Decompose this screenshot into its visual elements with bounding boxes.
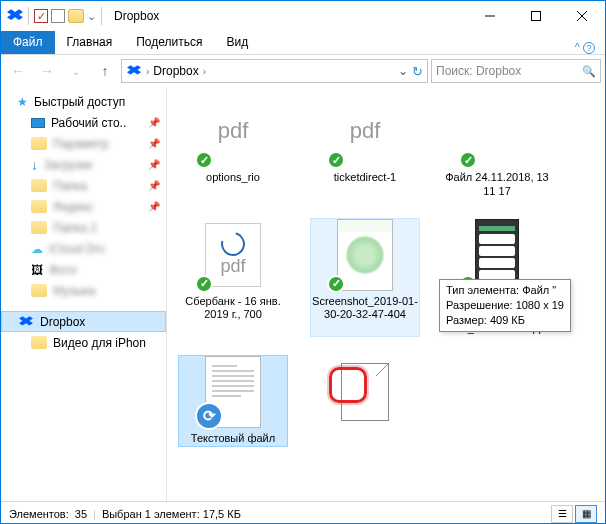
file-item[interactable]: pdf ✓ ticketdirect-1 [311, 95, 419, 199]
file-item[interactable]: ✓ Screenshot_2019-01-30-20-32-47-404 [311, 219, 419, 336]
desktop-icon [31, 118, 45, 128]
body: ★ Быстрый доступ Рабочий сто.. 📌 Парамет… [1, 87, 605, 501]
sidebar-label: Видео для iPhon [53, 336, 146, 350]
status-count-label: Элементов: [9, 508, 69, 520]
file-item[interactable] [311, 356, 419, 446]
file-name: ticketdirect-1 [334, 171, 396, 185]
file-item[interactable]: pdf ✓ Сбербанк - 16 янв. 2019 г., 700 [179, 219, 287, 336]
qat-folder-icon[interactable] [68, 9, 84, 23]
status-count: 35 [75, 508, 87, 520]
sidebar-label: Быстрый доступ [34, 95, 125, 109]
sidebar: ★ Быстрый доступ Рабочий сто.. 📌 Парамет… [1, 87, 167, 501]
breadcrumb-chevron-2[interactable]: › [203, 66, 206, 77]
file-name: Файл 24.11.2018, 13 11 17 [443, 171, 551, 199]
folder-icon [31, 284, 47, 297]
sidebar-label: iCloud Drv [49, 242, 105, 256]
pin-icon: 📌 [148, 117, 160, 128]
item-grid: pdf ✓ options_rio pdf ✓ ticketdirect-1 ✓… [179, 95, 593, 446]
nav-up-button[interactable]: ↑ [92, 58, 118, 84]
qat-overflow-icon[interactable]: ⌄ [87, 10, 96, 23]
tab-file[interactable]: Файл [1, 31, 55, 54]
nav-forward-button[interactable]: → [34, 58, 60, 84]
file-name: options_rio [206, 171, 260, 185]
sidebar-video-folder[interactable]: Видео для iPhon [1, 332, 166, 353]
sidebar-label: Яндекс [53, 200, 93, 214]
sync-progress-icon: ⟳ [195, 402, 223, 430]
sidebar-item[interactable]: Папка📌 [1, 175, 166, 196]
pdf-icon: pdf [205, 223, 261, 287]
sidebar-label: Загрузки [44, 158, 92, 172]
folder-icon [31, 137, 47, 150]
sidebar-quick-access[interactable]: ★ Быстрый доступ [1, 91, 166, 112]
tab-view[interactable]: Вид [214, 31, 260, 54]
file-item[interactable]: ✓ Файл 24.11.2018, 13 11 17 [443, 95, 551, 199]
sync-ok-icon: ✓ [195, 275, 213, 293]
breadcrumb-current[interactable]: Dropbox [153, 64, 198, 78]
sidebar-item[interactable]: ☁iCloud Drv [1, 238, 166, 259]
sidebar-item[interactable]: Яндекс📌 [1, 196, 166, 217]
file-name: Сбербанк - 16 янв. 2019 г., 700 [179, 295, 287, 323]
tooltip-line: Разрешение: 1080 x 19 [446, 298, 564, 313]
file-item-selected[interactable]: ⟳ Текстовый файл [179, 356, 287, 446]
image-thumb [337, 219, 393, 291]
cloud-icon: ☁ [31, 242, 43, 256]
sidebar-desktop[interactable]: Рабочий сто.. 📌 [1, 112, 166, 133]
sidebar-label: Dropbox [40, 315, 85, 329]
sync-ok-icon: ✓ [327, 151, 345, 169]
sync-ok-icon: ✓ [327, 275, 345, 293]
window-buttons [467, 1, 605, 31]
dropbox-icon[interactable] [7, 8, 23, 24]
qat-checkbox-icon[interactable] [51, 9, 65, 23]
sidebar-item[interactable]: Музыка [1, 280, 166, 301]
pin-icon: 📌 [148, 201, 160, 212]
refresh-button[interactable]: ↻ [412, 64, 423, 79]
view-details-button[interactable]: ☰ [551, 505, 573, 523]
view-icons-button[interactable]: ▦ [575, 505, 597, 523]
sidebar-item[interactable]: Параметр📌 [1, 133, 166, 154]
nav-recent-button[interactable]: ⌄ [63, 58, 89, 84]
nav-back-button[interactable]: ← [5, 58, 31, 84]
sidebar-label: Папка 2 [53, 221, 97, 235]
address-bar: ← → ⌄ ↑ › Dropbox › ⌄ ↻ Поиск: Dropbox 🔍 [1, 55, 605, 87]
breadcrumb-dropdown-icon[interactable]: ⌄ [398, 64, 408, 78]
sidebar-item[interactable]: Папка 2 [1, 217, 166, 238]
downloads-icon: ↓ [31, 157, 38, 173]
minimize-button[interactable] [467, 1, 513, 31]
breadcrumb[interactable]: › Dropbox › ⌄ ↻ [121, 59, 428, 83]
sidebar-item[interactable]: ↓Загрузки📌 [1, 154, 166, 175]
qat-properties-icon[interactable]: ✓ [34, 9, 48, 23]
star-icon: ★ [17, 95, 28, 109]
search-placeholder: Поиск: Dropbox [436, 64, 521, 78]
file-item[interactable]: pdf ✓ options_rio [179, 95, 287, 199]
sidebar-dropbox[interactable]: Dropbox [1, 311, 166, 332]
file-name: Текстовый файл [191, 432, 275, 446]
sidebar-label: Папка [53, 179, 87, 193]
pdf-partial-icon: pdf [350, 118, 381, 144]
search-icon[interactable]: 🔍 [582, 65, 596, 78]
sync-ok-icon: ✓ [459, 151, 477, 169]
view-switcher: ☰ ▦ [551, 505, 597, 523]
maximize-button[interactable] [513, 1, 559, 31]
folder-icon [31, 179, 47, 192]
status-selection: Выбран 1 элемент: 17,5 КБ [102, 508, 241, 520]
annotation-highlight [329, 367, 367, 403]
dropbox-icon [18, 314, 34, 330]
qat-divider [28, 7, 29, 25]
sync-ok-icon: ✓ [195, 151, 213, 169]
sidebar-label: Музыка [53, 284, 95, 298]
ribbon-help-icon[interactable]: ^ ? [565, 41, 605, 54]
breadcrumb-dropbox-icon [126, 63, 142, 79]
sidebar-item[interactable]: 🖼Фото [1, 259, 166, 280]
close-button[interactable] [559, 1, 605, 31]
tab-share[interactable]: Поделиться [124, 31, 214, 54]
tab-home[interactable]: Главная [55, 31, 125, 54]
tooltip-line: Размер: 409 КБ [446, 313, 564, 328]
search-input[interactable]: Поиск: Dropbox 🔍 [431, 59, 601, 83]
breadcrumb-chevron[interactable]: › [146, 66, 149, 77]
pin-icon: 📌 [148, 159, 160, 170]
sidebar-label: Параметр [53, 137, 108, 151]
qat-divider-2 [101, 7, 102, 25]
folder-icon [31, 336, 47, 349]
svg-rect-1 [532, 12, 541, 21]
file-pane[interactable]: pdf ✓ options_rio pdf ✓ ticketdirect-1 ✓… [167, 87, 605, 501]
